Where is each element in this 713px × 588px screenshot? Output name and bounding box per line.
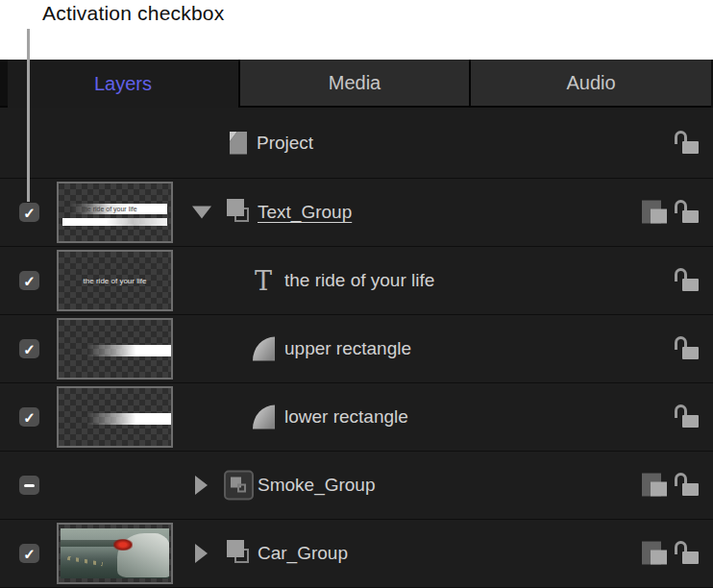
project-document-icon [230, 132, 247, 155]
row-car-group[interactable]: ✓ Car_Group [0, 520, 713, 588]
shape-thumbnail [57, 386, 173, 448]
unlock-icon[interactable] [674, 131, 701, 156]
project-name: Project [257, 133, 313, 154]
thumbnail-gradient-bar [62, 218, 167, 226]
annotation-leader-line [27, 29, 30, 202]
layer-name[interactable]: upper rectangle [284, 338, 411, 359]
group-icon-dimmed [224, 471, 254, 501]
disclosure-triangle-collapsed[interactable] [195, 476, 208, 495]
unlock-icon[interactable] [674, 473, 701, 498]
activation-checkbox[interactable]: ✓ [19, 339, 39, 358]
thumbnail-text: the ride of your life [59, 277, 171, 285]
activation-checkbox[interactable]: ✓ [19, 271, 39, 290]
lock-body [682, 551, 699, 564]
group-icon-front-square [227, 540, 244, 557]
mixed-state-dash-icon [24, 484, 35, 487]
car-group-thumbnail [57, 523, 173, 584]
tab-audio[interactable]: Audio [469, 60, 711, 108]
lock-body [682, 279, 699, 291]
layer-order-front-rect [651, 209, 667, 224]
tab-media[interactable]: Media [238, 60, 469, 108]
unlock-icon[interactable] [674, 541, 701, 566]
activation-checkbox[interactable]: ✓ [19, 203, 39, 222]
text-layer-icon: T [255, 268, 272, 294]
row-text-layer[interactable]: ✓ the ride of your life T the ride of yo… [0, 247, 713, 315]
lock-body [682, 347, 699, 359]
thumbnail-gradient-bar [87, 345, 171, 356]
activation-checkbox[interactable]: ✓ [19, 407, 39, 427]
text-group-thumbnail: the ride of your life [57, 182, 173, 243]
unlock-icon[interactable] [674, 268, 701, 293]
unlock-icon[interactable] [674, 336, 701, 361]
row-upper-rectangle[interactable]: ✓ upper rectangle [0, 315, 713, 383]
row-project[interactable]: Project [0, 108, 713, 179]
group-name[interactable]: Smoke_Group [258, 475, 376, 496]
lock-body [682, 415, 699, 428]
group-icon-back-square [237, 484, 246, 493]
disclosure-triangle-collapsed[interactable] [195, 544, 208, 563]
lock-body [682, 483, 699, 496]
tab-bar: Layers Media Audio [0, 60, 713, 108]
car-photo [61, 528, 169, 578]
group-name[interactable]: Text_Group [258, 202, 352, 223]
text-layer-thumbnail: the ride of your life [57, 250, 173, 311]
shape-layer-icon [253, 337, 275, 361]
activation-checkbox[interactable]: ✓ [19, 544, 39, 563]
shape-thumbnail [57, 318, 173, 380]
group-icon-front-square [227, 199, 244, 216]
thumbnail-gradient-bar [87, 413, 171, 425]
group-icon [227, 199, 254, 226]
row-smoke-group[interactable]: Smoke_Group [0, 452, 713, 520]
tab-bar-left-edge [0, 60, 8, 108]
check-icon: ✓ [23, 206, 36, 220]
layer-order-front-rect [651, 551, 667, 565]
activation-checkbox-mixed[interactable] [19, 476, 39, 495]
group-icon [227, 540, 254, 567]
layer-order-icon[interactable] [642, 474, 667, 498]
unlock-icon[interactable] [674, 404, 701, 429]
row-text-group[interactable]: ✓ the ride of your life Text_Group [0, 179, 713, 247]
layers-panel: Layers Media Audio Project ✓ the ride of… [0, 60, 713, 588]
layer-order-front-rect [651, 482, 667, 497]
disclosure-triangle-expanded[interactable] [192, 207, 211, 219]
shape-layer-icon [253, 405, 275, 429]
layer-name[interactable]: the ride of your life [284, 270, 434, 291]
lock-body [682, 210, 699, 223]
layer-order-icon[interactable] [642, 542, 667, 566]
tab-layers[interactable]: Layers [8, 60, 238, 108]
photo-taillight [113, 539, 132, 550]
annotation-label: Activation checkbox [42, 2, 224, 25]
lock-body [682, 141, 699, 154]
group-name[interactable]: Car_Group [258, 543, 348, 564]
check-icon: ✓ [23, 342, 36, 356]
check-icon: ✓ [23, 547, 36, 561]
photo-road-markings [67, 556, 103, 566]
check-icon: ✓ [23, 274, 36, 288]
thumbnail-text-bar: the ride of your life [70, 204, 167, 214]
check-icon: ✓ [23, 410, 36, 425]
row-lower-rectangle[interactable]: ✓ lower rectangle [0, 383, 713, 452]
layer-order-icon[interactable] [642, 201, 667, 225]
unlock-icon[interactable] [674, 200, 701, 225]
layer-name[interactable]: lower rectangle [284, 406, 408, 428]
